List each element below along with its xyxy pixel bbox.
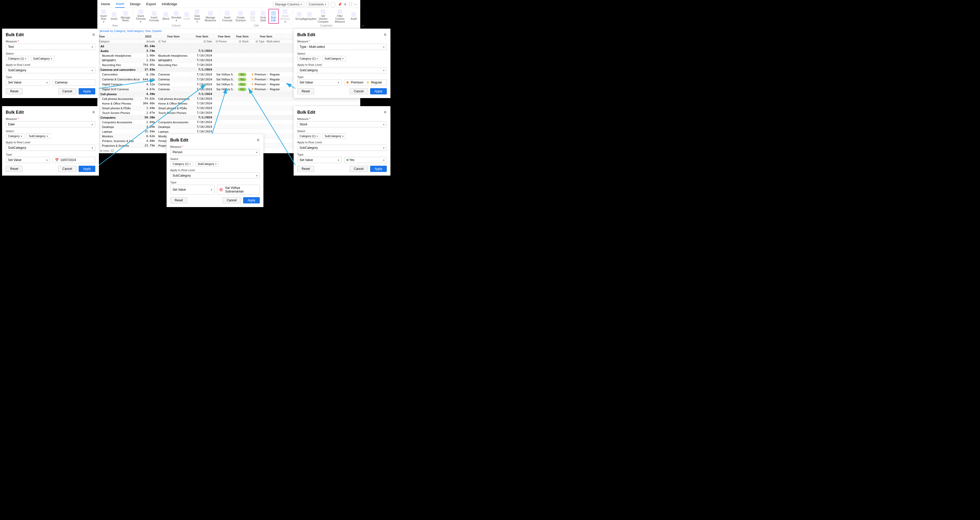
apply-button[interactable]: Apply	[370, 166, 387, 172]
apply-button[interactable]: Apply	[79, 166, 95, 172]
subcol-actuals[interactable]: Actuals	[140, 39, 157, 44]
col-yearitem-2[interactable]: Year Item	[190, 34, 214, 39]
measure-select[interactable]: Text▾	[6, 44, 95, 50]
close-icon[interactable]: ✕	[383, 110, 387, 115]
cancel-button[interactable]: Cancel	[58, 88, 76, 94]
bulk-edit-button[interactable]: Bulk Edit	[268, 9, 279, 24]
manage-columns-dropdown[interactable]: Manage Columns▾	[273, 2, 304, 7]
category-chip[interactable]: Category (1) ▾	[297, 56, 320, 61]
tab-export[interactable]: Export	[146, 1, 157, 8]
close-icon[interactable]: ✕	[256, 138, 260, 143]
subcol-text[interactable]: Text	[157, 39, 190, 44]
type-select[interactable]: Set Value▾	[6, 79, 50, 86]
apply-row-select[interactable]: SubCategory▾	[297, 144, 387, 151]
type-select[interactable]: Set Value▾	[297, 79, 342, 86]
measure-select[interactable]: Person▾	[170, 149, 260, 155]
reset-button[interactable]: Reset	[6, 166, 23, 172]
tab-home[interactable]: Home	[100, 1, 111, 8]
cancel-button[interactable]: Cancel	[350, 166, 368, 172]
tab-insert[interactable]: Insert	[115, 1, 125, 8]
insert-row-button[interactable]: Insert Row▾	[99, 9, 109, 24]
apply-row-select[interactable]: SubCategory▾	[6, 144, 95, 151]
value-input[interactable]: Sai Vidhya Subramanian	[217, 185, 260, 195]
type-select[interactable]: Set Value▾	[297, 157, 342, 163]
value-input[interactable]: Cameras	[52, 79, 95, 86]
subcategory-chip[interactable]: SubCategory ▾	[322, 133, 346, 139]
reset-button[interactable]: Reset	[297, 166, 314, 172]
subcategory-chip[interactable]: SubCategory ▾	[195, 161, 219, 166]
subcategory-chip[interactable]: SubCategory ▾	[31, 56, 54, 61]
more-icon[interactable]: ⋯	[354, 3, 357, 6]
simulate-button[interactable]: Simulate▾	[171, 9, 181, 24]
quick-formula-button[interactable]: Quick Formula▾	[134, 9, 147, 24]
subcategory-chip[interactable]: SubCategory ▾	[27, 133, 50, 139]
manage-measures-button[interactable]: Manage Measures	[202, 9, 218, 24]
cancel-button[interactable]: Cancel	[58, 166, 76, 172]
create-scenario-button[interactable]: Create Scenario	[234, 9, 248, 24]
col-yearitem-1[interactable]: Year Item	[157, 34, 190, 39]
type-select[interactable]: Set Value▾	[6, 157, 50, 163]
user-avatar-icon[interactable]	[331, 2, 336, 7]
manage-rows-button[interactable]: Manage Rows	[119, 9, 132, 24]
tab-infobridge[interactable]: InfoBridge	[161, 1, 178, 8]
insert-forecast-button[interactable]: Insert Forecast	[221, 9, 234, 24]
apply-row-select[interactable]: SubCategory▾	[297, 67, 387, 73]
col-year[interactable]: Year	[97, 34, 140, 39]
filter-context-measure-button[interactable]: Filter Context Measure	[331, 9, 348, 24]
col-yearitem-5[interactable]: Year Item	[250, 34, 282, 39]
cancel-button[interactable]: Cancel	[350, 88, 368, 94]
aggregation-button[interactable]: Aggregation	[304, 9, 315, 24]
data-input-button[interactable]: Data Input▾	[192, 9, 202, 24]
invert-col-button[interactable]: Invert	[181, 9, 192, 24]
measure-label: Measure *	[170, 145, 260, 148]
reset-button[interactable]: Reset	[297, 88, 314, 94]
subcategory-chip[interactable]: SubCategory ▾	[322, 56, 346, 61]
reset-button[interactable]: Reset	[6, 88, 23, 94]
goal-seek-button[interactable]: Goal Seek	[258, 9, 268, 24]
audit-button[interactable]: Audit	[348, 9, 359, 24]
subcol-person[interactable]: Person	[214, 39, 234, 44]
comments-dropdown[interactable]: Comments▾	[306, 2, 328, 7]
col-2023[interactable]: 2023	[140, 34, 157, 39]
value-input[interactable]: Yes▾	[344, 157, 387, 163]
value-input[interactable]: 📅10/07/2024	[52, 157, 95, 163]
cancel-button[interactable]: Cancel	[223, 197, 241, 203]
table-row[interactable]: Home & Office Phones304.68kHome & Office…	[97, 101, 360, 106]
apply-row-select[interactable]: SubCategory▾	[6, 67, 95, 73]
invert-row-button[interactable]: Invert	[109, 9, 119, 24]
close-icon[interactable]: ✕	[383, 32, 387, 37]
blend-button[interactable]: Blend	[161, 9, 171, 24]
filter-icon[interactable]: ⚞	[344, 3, 347, 6]
apply-row-select[interactable]: SubCategory▾	[170, 173, 260, 179]
col-yearitem-4[interactable]: Year Item	[234, 34, 250, 39]
close-icon[interactable]: ✕	[92, 110, 95, 115]
close-icon[interactable]: ✕	[92, 32, 95, 37]
category-chip[interactable]: Category (1) ▾	[170, 161, 193, 166]
subcol-date[interactable]: Date	[190, 39, 214, 44]
group-button[interactable]: Group	[294, 9, 304, 24]
expand-icon[interactable]: ⛶	[349, 3, 352, 6]
edit-cell-button[interactable]: Edit Cell	[248, 9, 258, 24]
apply-button[interactable]: Apply	[79, 88, 95, 94]
subcol-category[interactable]: Category	[97, 39, 140, 44]
reset-button[interactable]: Reset	[170, 197, 187, 203]
subcol-type[interactable]: Type - Multi-select	[250, 39, 282, 44]
col-yearitem-3[interactable]: Year Item	[214, 34, 234, 39]
tab-design[interactable]: Design	[129, 1, 141, 8]
smart-analysis-button[interactable]: Smart Analysis▾	[279, 9, 291, 24]
measure-select[interactable]: Date▾	[6, 121, 95, 127]
apply-button[interactable]: Apply	[370, 88, 387, 94]
subcol-stock[interactable]: Stock	[234, 39, 250, 44]
set-version-compare-button[interactable]: Set Version Compare	[315, 9, 331, 24]
measure-select[interactable]: Type - Multi-select▾	[297, 44, 387, 50]
pin-icon[interactable]: 📌	[338, 3, 342, 6]
category-chip[interactable]: Category (1) ▾	[297, 133, 320, 139]
insert-formula-button[interactable]: Insert Formula	[147, 9, 161, 24]
category-chip[interactable]: Category ▾	[6, 133, 24, 139]
type-select[interactable]: Set Value▾	[170, 185, 215, 195]
value-input[interactable]: Premium Regular	[344, 79, 387, 86]
category-chip[interactable]: Category (1) ▾	[6, 56, 29, 61]
ribbon-expand-icon[interactable]: ▾	[362, 24, 364, 27]
apply-button[interactable]: Apply	[243, 197, 260, 203]
measure-select[interactable]: Stock▾	[297, 121, 387, 127]
